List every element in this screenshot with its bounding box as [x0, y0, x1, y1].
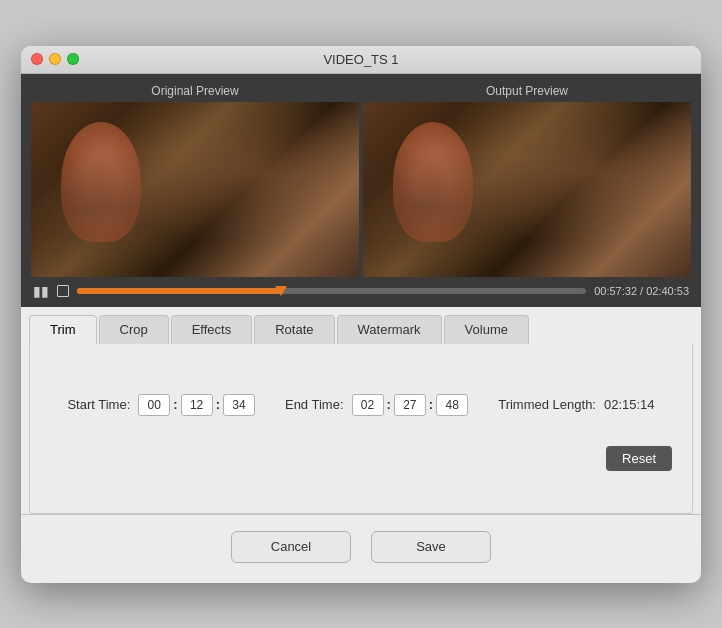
tab-watermark[interactable]: Watermark	[337, 315, 442, 344]
output-video-frame	[363, 102, 691, 277]
cancel-button[interactable]: Cancel	[231, 531, 351, 563]
trim-controls: Start Time: : : End Time: :	[50, 394, 672, 416]
progress-bar[interactable]	[77, 288, 586, 294]
start-time-group: Start Time: : :	[67, 394, 255, 416]
playback-controls: ▮▮ 00:57:32 / 02:40:53	[31, 283, 691, 299]
start-time-label: Start Time:	[67, 397, 130, 412]
tab-crop[interactable]: Crop	[99, 315, 169, 344]
output-preview-panel: Output Preview	[363, 84, 691, 277]
end-time-group: End Time: : :	[285, 394, 468, 416]
start-time-inputs: : :	[138, 394, 255, 416]
original-preview-label: Original Preview	[31, 84, 359, 98]
trimmed-length-label: Trimmed Length:	[498, 397, 596, 412]
tabs-area: Trim Crop Effects Rotate Watermark Volum…	[21, 307, 701, 515]
colon-4: :	[429, 397, 433, 412]
maximize-button[interactable]	[67, 53, 79, 65]
colon-3: :	[387, 397, 391, 412]
start-min-input[interactable]	[181, 394, 213, 416]
close-button[interactable]	[31, 53, 43, 65]
trimmed-length-value: 02:15:14	[604, 397, 655, 412]
tab-trim[interactable]: Trim	[29, 315, 97, 344]
time-display: 00:57:32 / 02:40:53	[594, 285, 689, 297]
main-window: VIDEO_TS 1 Original Preview Output Previ…	[21, 46, 701, 583]
reset-button[interactable]: Reset	[606, 446, 672, 471]
window-title: VIDEO_TS 1	[323, 52, 398, 67]
end-time-inputs: : :	[352, 394, 469, 416]
progress-fill	[77, 288, 281, 294]
stop-button[interactable]	[57, 285, 69, 297]
original-video-frame	[31, 102, 359, 277]
tab-bar: Trim Crop Effects Rotate Watermark Volum…	[21, 307, 701, 344]
tab-volume[interactable]: Volume	[444, 315, 529, 344]
reset-row: Reset	[50, 446, 672, 471]
end-hour-input[interactable]	[352, 394, 384, 416]
colon-2: :	[216, 397, 220, 412]
progress-thumb	[275, 286, 287, 296]
window-controls	[31, 53, 79, 65]
end-time-label: End Time:	[285, 397, 344, 412]
tab-effects[interactable]: Effects	[171, 315, 253, 344]
play-button[interactable]: ▮▮	[33, 283, 49, 299]
tab-content: Start Time: : : End Time: :	[29, 344, 693, 514]
end-min-input[interactable]	[394, 394, 426, 416]
start-sec-input[interactable]	[223, 394, 255, 416]
minimize-button[interactable]	[49, 53, 61, 65]
save-button[interactable]: Save	[371, 531, 491, 563]
tab-rotate[interactable]: Rotate	[254, 315, 334, 344]
end-sec-input[interactable]	[436, 394, 468, 416]
footer: Cancel Save	[21, 515, 701, 583]
original-preview-panel: Original Preview	[31, 84, 359, 277]
title-bar: VIDEO_TS 1	[21, 46, 701, 74]
trimmed-length-group: Trimmed Length: 02:15:14	[498, 397, 654, 412]
preview-panels: Original Preview Output Preview	[31, 84, 691, 277]
video-area: Original Preview Output Preview ▮▮ 00:57…	[21, 74, 701, 307]
output-preview-label: Output Preview	[363, 84, 691, 98]
start-hour-input[interactable]	[138, 394, 170, 416]
colon-1: :	[173, 397, 177, 412]
